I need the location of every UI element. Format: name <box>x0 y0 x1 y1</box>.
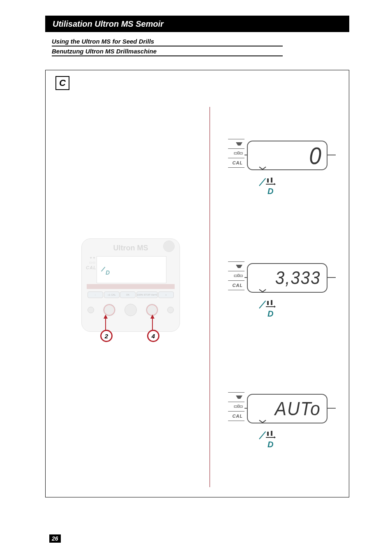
callout-arrow-icon <box>150 314 154 319</box>
device-red-strip <box>87 284 175 289</box>
cal-label: CAL <box>228 158 244 168</box>
chevron-down-icon <box>258 289 267 293</box>
svg-rect-18 <box>271 431 272 436</box>
svg-rect-0 <box>234 153 237 154</box>
device-ultron-ms: Ultron MS ▼▼ ▭▭ CAL D - +1 CAL OK 100% S… <box>81 238 179 331</box>
device-knob-1[interactable] <box>88 307 94 313</box>
tractor-icon <box>228 149 244 158</box>
device-d-label: D <box>106 269 110 276</box>
svg-marker-20 <box>274 436 276 438</box>
svg-rect-7 <box>234 275 237 277</box>
device-button-row: - +1 CAL OK 100% STOP Ha=0 + <box>88 291 174 298</box>
svg-marker-13 <box>274 305 276 308</box>
svg-rect-15 <box>238 405 239 407</box>
chevron-down-icon <box>258 166 267 170</box>
callout-number-4: 4 <box>147 330 159 342</box>
lcd-tick <box>327 277 336 278</box>
header-bar: Utilisation Ultron MS Semoir <box>45 16 349 32</box>
lcd-value-2: 3,333 <box>275 268 321 288</box>
hopper-icon <box>228 261 244 271</box>
device-logo-icon <box>163 240 175 252</box>
tramline-icon <box>266 300 276 308</box>
tractor-icon <box>228 271 244 281</box>
chevron-down-icon <box>258 419 267 423</box>
lcd-value-3: AUTo <box>274 398 321 420</box>
svg-rect-1 <box>238 152 239 154</box>
svg-rect-4 <box>271 178 272 183</box>
frame-label-c: C <box>55 76 69 90</box>
cal-label: CAL <box>228 412 244 421</box>
hopper-icon <box>228 139 244 149</box>
svg-rect-10 <box>267 301 269 305</box>
d-label-1: D <box>267 187 273 196</box>
subheader-de: Benutzung Ultron MS Drillmaschine <box>52 46 283 56</box>
header-title-fr: Utilisation Ultron MS Semoir <box>53 19 164 29</box>
svg-rect-17 <box>267 432 269 436</box>
tramline-icon <box>266 431 276 438</box>
hopper-icon <box>228 392 244 402</box>
callout-number-2: 2 <box>100 330 113 342</box>
lcd-tick <box>327 408 336 409</box>
device-button-cal[interactable]: +1 CAL <box>104 291 120 298</box>
svg-rect-9 <box>240 275 242 277</box>
svg-rect-8 <box>238 274 239 277</box>
device-knob-5[interactable] <box>167 307 174 313</box>
lcd-value-1: 0 <box>309 142 322 169</box>
callout-line <box>152 319 153 330</box>
device-knob-3[interactable] <box>125 304 137 316</box>
lcd-side-labels: CAL <box>228 139 244 168</box>
tramline-icon <box>266 178 276 185</box>
callout-arrow-icon <box>104 314 108 319</box>
lcd-side-labels: CAL <box>228 392 244 421</box>
device-knob-row <box>88 304 174 316</box>
tractor-icon <box>228 402 244 412</box>
subheader-en: Using the Ultron MS for Seed Drills <box>52 36 283 46</box>
device-button-plus[interactable]: + <box>158 291 174 298</box>
svg-marker-6 <box>274 183 276 185</box>
svg-rect-2 <box>240 153 242 154</box>
d-label-2: D <box>267 309 273 319</box>
d-label-3: D <box>267 440 273 449</box>
device-body: Ultron MS ▼▼ ▭▭ CAL D - +1 CAL OK 100% S… <box>81 238 180 332</box>
svg-rect-14 <box>234 406 237 407</box>
device-button-minus[interactable]: - <box>88 291 103 298</box>
svg-rect-3 <box>267 178 269 183</box>
device-button-stop[interactable]: 100% STOP Ha=0 <box>136 291 158 298</box>
device-side-labels: ▼▼ ▭▭ CAL <box>86 256 96 271</box>
svg-rect-11 <box>271 300 272 305</box>
device-button-ok[interactable]: OK <box>120 291 136 298</box>
lcd-side-labels: CAL <box>228 261 244 290</box>
callout-line <box>105 319 106 330</box>
cal-label: CAL <box>228 281 244 290</box>
lcd-tick <box>327 155 336 155</box>
page-number: 26 <box>49 534 61 543</box>
svg-rect-16 <box>240 406 242 407</box>
vertical-divider <box>210 107 210 487</box>
